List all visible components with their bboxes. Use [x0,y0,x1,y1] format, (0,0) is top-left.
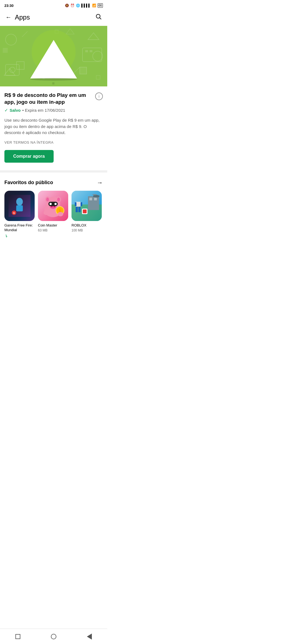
favorites-header: Favoritos do público → [4,179,103,186]
info-button[interactable]: i [95,92,103,100]
page-title: Apps [15,13,30,21]
svg-point-42 [43,211,49,215]
app-icon-roblox [72,191,102,221]
svg-line-14 [22,31,28,37]
promo-description: Use seu desconto Google Play de R$ 9 em … [4,117,103,136]
globe-icon: 🌐 [76,4,80,7]
svg-point-54 [93,195,100,198]
banner-triangle [30,40,77,78]
svg-rect-13 [90,50,92,52]
status-icons: 🔕 ⏰ 🌐 ▌▌▌▌ 📶 66 [65,3,103,8]
svg-point-22 [16,198,23,206]
svg-rect-52 [75,202,76,206]
app-name-freefire: Garena Free Fire: Mundial [4,223,35,233]
top-bar-left: ← Apps [4,13,30,22]
section-divider [0,170,107,173]
svg-point-56 [92,194,97,195]
wifi-icon: 📶 [92,4,96,7]
svg-line-1 [100,18,101,20]
buy-button[interactable]: Comprar agora [4,150,54,163]
svg-point-35 [57,198,60,201]
promo-content: R$ 9 de desconto do Play em um app, jogo… [0,86,107,168]
status-bar: 23:30 🔕 ⏰ 🌐 ▌▌▌▌ 📶 66 [0,0,107,10]
alarm-icon: ⏰ [70,4,75,7]
favorites-arrow-button[interactable]: → [97,179,103,186]
svg-rect-50 [76,207,78,212]
app-size-coinmaster: 63 MB [38,228,48,232]
svg-rect-48 [94,198,97,200]
svg-rect-16 [52,82,54,84]
app-item-coinmaster[interactable]: $ Coin Master 63 MB [38,191,68,238]
status-time: 23:30 [4,4,13,8]
signal-icon: ▌▌▌▌ [81,4,91,7]
svg-rect-6 [16,62,24,69]
svg-point-0 [96,14,100,18]
download-badge-freefire: ↴ [4,234,8,238]
promo-header: R$ 9 de desconto do Play em um app, jogo… [4,92,103,105]
promo-banner[interactable] [0,26,107,86]
expire-label: • Expira em 17/06/2021 [22,108,65,113]
svg-marker-18 [66,29,74,34]
download-arrow-icon: ↴ [4,234,8,238]
favorites-title: Favoritos do público [4,180,53,185]
app-size-roblox: 100 MB [72,228,83,232]
checkmark-icon: ✓ [4,108,8,113]
favorites-section: Favoritos do público → [0,175,107,240]
svg-rect-58 [83,209,87,213]
top-bar: ← Apps [0,10,107,26]
apps-row: G Garena Free Fire: Mundial ↴ [4,191,103,238]
svg-rect-20 [96,75,100,79]
mute-icon: 🔕 [65,4,69,7]
svg-rect-9 [6,64,19,75]
svg-point-33 [46,198,49,201]
svg-rect-55 [95,195,95,197]
battery-icon: 66 [98,3,103,8]
svg-point-37 [50,203,52,205]
svg-point-2 [6,34,16,45]
svg-rect-8 [3,48,8,53]
app-name-coinmaster: Coin Master [38,223,57,228]
saved-label: Salvo [10,108,21,113]
promo-status: ✓ Salvo • Expira em 17/06/2021 [4,108,103,113]
terms-link[interactable]: VER TERMOS NA ÍNTEGRA [4,140,103,144]
svg-point-38 [54,203,57,205]
app-item-roblox[interactable]: ROBLOX 100 MB [72,191,102,238]
svg-point-43 [58,212,63,216]
svg-rect-7 [80,67,87,74]
svg-rect-47 [89,198,92,200]
back-button[interactable]: ← [4,13,13,22]
app-icon-freefire: G [4,191,35,221]
svg-rect-23 [16,205,23,211]
svg-rect-11 [82,48,102,62]
app-icon-coinmaster: $ [38,191,68,221]
banner-triangle-shadow [30,78,77,81]
svg-marker-5 [88,33,99,40]
app-name-roblox: ROBLOX [72,223,86,228]
svg-rect-53 [81,202,82,206]
search-button[interactable] [94,12,103,23]
app-item-freefire[interactable]: G Garena Free Fire: Mundial ↴ [4,191,35,238]
promo-title: R$ 9 de desconto do Play em um app, jogo… [4,92,92,105]
svg-text:G: G [13,212,15,214]
svg-point-3 [93,51,103,61]
svg-rect-51 [78,207,81,212]
svg-rect-12 [85,50,88,52]
